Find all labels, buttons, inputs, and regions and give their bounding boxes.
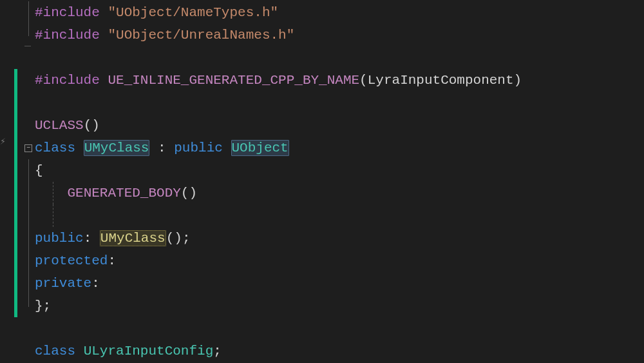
fold-guide [28, 204, 29, 227]
token-paren: (); [166, 231, 191, 246]
token-keyword: protected [35, 253, 108, 268]
token-space [75, 344, 84, 358]
change-marker [14, 204, 17, 227]
fold-toggle[interactable]: − [24, 144, 32, 152]
token-space [75, 141, 84, 155]
change-marker [14, 295, 17, 317]
token-string: "UObject/NameTypes.h" [108, 5, 278, 20]
token-space [35, 186, 67, 201]
token-string: "UObject/UnrealNames.h" [108, 28, 294, 43]
fold-guide [28, 295, 29, 307]
change-marker [14, 69, 17, 92]
token-directive: #include [35, 73, 100, 88]
token-typename-highlight: UMyClass [84, 140, 150, 156]
code-line[interactable]: private: [0, 272, 644, 295]
code-line[interactable]: #include UE_INLINE_GENERATED_CPP_BY_NAME… [0, 69, 644, 92]
code-line[interactable]: public: UMyClass(); [0, 227, 644, 250]
token-brace: }; [35, 299, 51, 313]
change-marker [14, 227, 17, 250]
fold-guide [28, 1, 29, 24]
token-keyword: class [35, 141, 75, 155]
change-marker [14, 182, 17, 204]
fold-guide [28, 24, 29, 36]
change-marker [14, 92, 17, 114]
fold-guide-dashed [53, 182, 53, 204]
fold-guide [28, 227, 29, 250]
token-paren: ( [359, 73, 368, 88]
code-line[interactable]: class ULyraInputConfig; [0, 340, 644, 362]
code-line[interactable]: }; [0, 295, 644, 317]
token-paren: () [84, 118, 100, 133]
token-typename: ULyraInputConfig [84, 344, 214, 358]
token-macro: GENERATED_BODY [67, 186, 180, 201]
code-line-blank[interactable] [0, 204, 644, 227]
change-marker [14, 159, 17, 182]
token-brace: { [35, 163, 43, 178]
code-line[interactable]: #include "UObject/UnrealNames.h" [0, 24, 644, 46]
code-line[interactable]: #include "UObject/NameTypes.h" [0, 1, 644, 24]
fold-guide [28, 182, 29, 204]
change-marker [14, 250, 17, 272]
code-line[interactable]: { [0, 159, 644, 182]
token-typename-highlight: UObject [231, 140, 289, 156]
code-line[interactable]: − class UMyClass : public UObject [0, 137, 644, 159]
token-directive: #include [35, 28, 100, 43]
token-space [223, 141, 231, 155]
token-semicolon: ; [213, 344, 222, 358]
code-line-blank[interactable] [0, 317, 644, 340]
code-line[interactable]: UCLASS() [0, 114, 644, 137]
token-directive: #include [35, 5, 100, 20]
token-keyword: public [35, 231, 84, 246]
token-space [100, 73, 108, 88]
code-line-blank[interactable] [0, 92, 644, 114]
token-macro: UE_INLINE_GENERATED_CPP_BY_NAME [108, 73, 359, 88]
fold-guide [28, 250, 29, 272]
token-arg: LyraInputComponent [368, 73, 514, 88]
code-line[interactable]: GENERATED_BODY() [0, 182, 644, 204]
token-keyword: private [35, 276, 91, 291]
token-keyword: class [35, 344, 75, 358]
token-colon: : [91, 276, 100, 291]
change-marker [14, 137, 17, 159]
token-ctor-highlight: UMyClass [100, 230, 166, 246]
fold-guide [28, 159, 29, 182]
token-colon: : [149, 141, 174, 155]
change-marker [14, 114, 17, 137]
token-colon: : [108, 253, 116, 268]
code-line-blank[interactable] [0, 46, 644, 69]
token-paren: ) [514, 73, 522, 88]
token-paren: () [181, 186, 197, 201]
token-colon: : [84, 231, 100, 246]
fold-guide [28, 272, 29, 295]
change-marker [14, 272, 17, 295]
token-space [100, 28, 108, 43]
code-editor[interactable]: ⚡ #include "UObject/NameTypes.h" #includ… [0, 0, 644, 363]
token-space [100, 5, 108, 20]
token-macro: UCLASS [35, 118, 84, 133]
fold-guide-dashed [53, 204, 53, 227]
code-line[interactable]: protected: [0, 250, 644, 272]
token-keyword: public [174, 141, 223, 155]
